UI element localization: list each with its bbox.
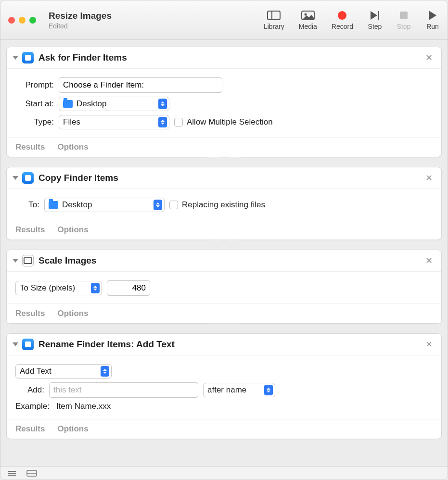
- results-link[interactable]: Results: [15, 142, 45, 152]
- run-label: Run: [426, 23, 439, 30]
- scale-mode-popup[interactable]: To Size (pixels): [15, 281, 102, 295]
- replace-checkbox[interactable]: Replacing existing files: [169, 200, 265, 210]
- disclosure-triangle-icon[interactable]: [13, 176, 18, 180]
- media-label: Media: [299, 23, 317, 30]
- disclosure-triangle-icon[interactable]: [13, 342, 18, 346]
- start-at-popup[interactable]: Desktop: [59, 97, 169, 111]
- window-title: Resize Images: [49, 11, 112, 21]
- remove-action-button[interactable]: ✕: [423, 255, 435, 266]
- rename-op-value: Add Text: [20, 366, 94, 376]
- example-label: Example:: [15, 402, 50, 411]
- chevron-updown-icon: [91, 283, 100, 293]
- action-body: Prompt: Start at: Desktop Type: Files: [7, 69, 441, 137]
- stop-label: Stop: [397, 23, 411, 30]
- step-button[interactable]: Step: [368, 10, 382, 30]
- results-link[interactable]: Results: [15, 225, 45, 235]
- rename-op-popup[interactable]: Add Text: [15, 364, 112, 379]
- preview-icon: [22, 255, 34, 266]
- options-link[interactable]: Options: [57, 225, 88, 235]
- chevron-updown-icon: [158, 117, 167, 127]
- results-link[interactable]: Results: [15, 309, 45, 318]
- disclosure-triangle-icon[interactable]: [13, 259, 18, 263]
- action-scale-images: Scale Images ✕ To Size (pixels) Results …: [6, 250, 442, 324]
- chevron-updown-icon: [264, 385, 273, 395]
- to-value: Desktop: [62, 200, 147, 210]
- remove-action-button[interactable]: ✕: [423, 173, 435, 183]
- scale-size-input[interactable]: [107, 280, 150, 296]
- svg-point-3: [304, 13, 307, 15]
- action-copy-finder-items: Copy Finder Items ✕ To: Desktop Replacin…: [6, 167, 442, 240]
- prompt-label: Prompt:: [15, 80, 54, 90]
- prompt-input[interactable]: [59, 77, 222, 93]
- to-popup[interactable]: Desktop: [44, 198, 165, 212]
- run-button[interactable]: Run: [425, 10, 440, 30]
- type-value: Files: [63, 117, 152, 127]
- action-title: Rename Finder Items: Add Text: [38, 339, 419, 350]
- action-header[interactable]: Copy Finder Items ✕: [7, 167, 441, 189]
- add-text-input[interactable]: [49, 382, 198, 398]
- library-label: Library: [264, 23, 284, 30]
- add-label: Add:: [15, 385, 44, 395]
- checkbox-box-icon: [174, 118, 183, 126]
- connector: [210, 324, 239, 333]
- start-at-label: Start at:: [15, 99, 54, 109]
- example-value: Item Name.xxx: [56, 402, 111, 411]
- minimize-window-button[interactable]: [19, 17, 26, 24]
- titlebar: Resize Images Edited Library Media Recor…: [0, 0, 448, 40]
- media-button[interactable]: Media: [299, 10, 317, 30]
- finder-icon: [22, 52, 34, 63]
- position-value: after name: [207, 385, 257, 395]
- chevron-updown-icon: [154, 200, 162, 210]
- action-footer: Results Options: [7, 137, 441, 157]
- action-header[interactable]: Ask for Finder Items ✕: [7, 47, 441, 69]
- variables-view-button[interactable]: [26, 470, 37, 477]
- traffic-lights: [8, 17, 36, 24]
- action-header[interactable]: Rename Finder Items: Add Text ✕: [7, 334, 441, 355]
- sidebar-icon: [267, 10, 281, 21]
- action-rename-finder-items: Rename Finder Items: Add Text ✕ Add Text…: [6, 333, 442, 439]
- action-title: Scale Images: [38, 255, 419, 266]
- scale-mode-value: To Size (pixels): [20, 283, 84, 293]
- chevron-updown-icon: [158, 99, 167, 109]
- allow-multiple-checkbox[interactable]: Allow Multiple Selection: [174, 117, 273, 127]
- checkbox-box-icon: [169, 201, 178, 209]
- record-label: Record: [332, 23, 353, 30]
- options-link[interactable]: Options: [57, 142, 88, 152]
- zoom-window-button[interactable]: [29, 17, 36, 24]
- log-view-button[interactable]: [7, 470, 17, 477]
- action-title: Copy Finder Items: [38, 173, 419, 183]
- action-title: Ask for Finder Items: [38, 52, 419, 63]
- folder-icon: [49, 201, 58, 209]
- action-header[interactable]: Scale Images ✕: [7, 250, 441, 272]
- finder-icon: [22, 339, 34, 350]
- step-label: Step: [368, 23, 382, 30]
- toolbar: Library Media Record Step Stop: [264, 10, 440, 30]
- svg-rect-0: [268, 11, 280, 20]
- options-link[interactable]: Options: [57, 309, 88, 318]
- options-link[interactable]: Options: [57, 424, 88, 434]
- workflow-area[interactable]: Ask for Finder Items ✕ Prompt: Start at:…: [0, 40, 448, 466]
- automator-window: Resize Images Edited Library Media Recor…: [0, 0, 448, 480]
- run-icon: [425, 10, 440, 21]
- window-subtitle: Edited: [49, 22, 112, 30]
- stop-icon: [397, 10, 411, 21]
- start-at-value: Desktop: [77, 99, 152, 109]
- to-label: To:: [15, 200, 39, 210]
- media-icon: [301, 10, 315, 21]
- allow-multiple-label: Allow Multiple Selection: [187, 117, 273, 127]
- type-popup[interactable]: Files: [59, 115, 169, 129]
- record-icon: [335, 10, 349, 21]
- close-window-button[interactable]: [8, 17, 15, 24]
- disclosure-triangle-icon[interactable]: [13, 56, 18, 60]
- finder-icon: [22, 172, 34, 184]
- results-link[interactable]: Results: [15, 424, 45, 434]
- stop-button[interactable]: Stop: [397, 10, 411, 30]
- library-button[interactable]: Library: [264, 10, 284, 30]
- remove-action-button[interactable]: ✕: [423, 339, 435, 350]
- type-label: Type:: [15, 117, 54, 127]
- position-popup[interactable]: after name: [203, 383, 275, 397]
- replace-label: Replacing existing files: [182, 200, 265, 210]
- record-button[interactable]: Record: [332, 10, 353, 30]
- action-ask-for-finder-items: Ask for Finder Items ✕ Prompt: Start at:…: [6, 47, 442, 157]
- remove-action-button[interactable]: ✕: [423, 52, 435, 63]
